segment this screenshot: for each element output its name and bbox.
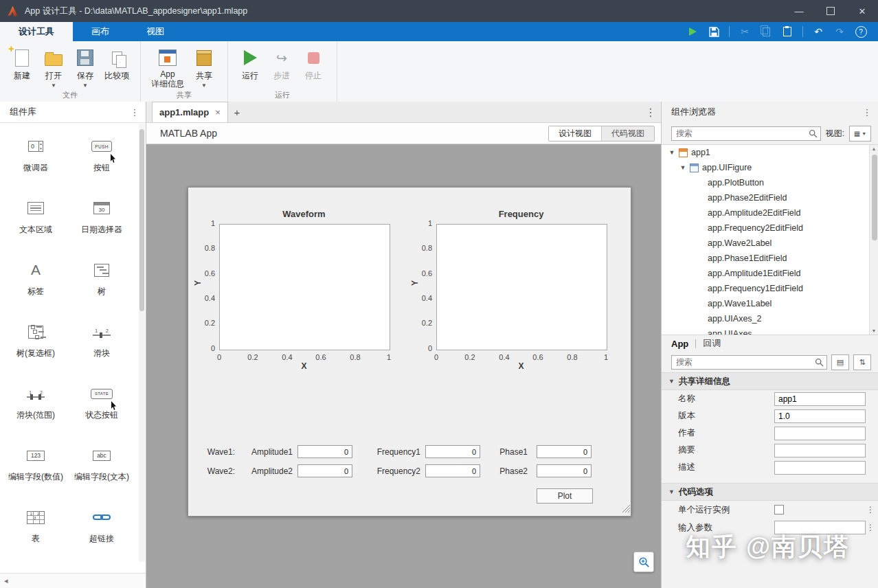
library-item-spinner[interactable]: 0▲▼ 微调器 xyxy=(3,134,69,196)
tab-canvas[interactable]: 画布 xyxy=(73,22,128,41)
author-input[interactable] xyxy=(774,427,866,440)
share-button[interactable]: 共享 ▼ xyxy=(189,46,219,88)
scroll-up-icon[interactable]: ▲ xyxy=(872,146,877,151)
tab-close-icon[interactable]: × xyxy=(215,107,221,117)
app-details-button[interactable]: App详细信息 xyxy=(148,46,188,89)
frequency1-label[interactable]: Frequency1 xyxy=(374,447,420,457)
tree-item[interactable]: app.Phase1EditField xyxy=(662,251,878,266)
inspector-search-input[interactable] xyxy=(671,355,827,370)
row-menu-icon[interactable]: ⋮ xyxy=(866,523,875,532)
uiaxes-waveform[interactable] xyxy=(219,224,390,350)
quick-run-icon[interactable] xyxy=(686,25,699,38)
version-input[interactable] xyxy=(774,409,866,423)
group-view-button[interactable]: ▤ xyxy=(831,354,849,370)
new-button[interactable]: + 新建 xyxy=(7,46,37,82)
quick-help-icon[interactable]: ? xyxy=(855,25,867,38)
quick-copy-icon[interactable] xyxy=(760,25,772,38)
panel-menu-icon[interactable]: ⋮ xyxy=(862,107,873,117)
library-item-textarea[interactable]: 文本区域 xyxy=(3,196,69,258)
uiaxes-frequency[interactable] xyxy=(436,224,607,350)
close-button[interactable]: ✕ xyxy=(846,0,878,22)
quick-redo-icon[interactable]: ↷ xyxy=(833,25,846,38)
step-button[interactable]: ↪ 步进 xyxy=(267,46,297,82)
tab-design-tools[interactable]: 设计工具 xyxy=(0,22,73,41)
tab-view[interactable]: 视图 xyxy=(128,22,183,41)
maximize-button[interactable] xyxy=(815,0,846,22)
amplitude1-label[interactable]: Amplitude1 xyxy=(247,447,293,457)
library-item-slider[interactable]: 1 2 滑块 xyxy=(69,319,135,381)
library-item-edit-numeric[interactable]: 123 编辑字段(数值) xyxy=(3,443,69,505)
design-view-button[interactable]: 设计视图 xyxy=(549,126,602,141)
tree-item[interactable]: app.Wave2Label xyxy=(662,236,878,251)
tree-item[interactable]: app.Amplitude2EditField xyxy=(662,205,878,220)
document-tab-app1[interactable]: app1.mlapp × xyxy=(152,102,228,122)
frequency2-field[interactable] xyxy=(425,464,480,477)
uifigure[interactable]: Waveform 1 0.8 0.6 0.4 0.2 0 0 0.2 0.4 0… xyxy=(188,187,631,517)
scrollbar-thumb[interactable] xyxy=(139,129,144,311)
design-canvas[interactable]: Waveform 1 0.8 0.6 0.4 0.2 0 0 0.2 0.4 0… xyxy=(146,144,662,588)
quick-paste-icon[interactable] xyxy=(781,25,793,38)
row-menu-icon[interactable]: ⋮ xyxy=(866,505,875,514)
description-input[interactable] xyxy=(774,461,866,475)
tree-item[interactable]: app.PlotButton xyxy=(662,175,878,190)
single-instance-checkbox[interactable] xyxy=(774,505,784,514)
save-button[interactable]: 保存 ▼ xyxy=(70,46,100,88)
tree-item[interactable]: app.Frequency1EditField xyxy=(662,281,878,296)
quick-cut-icon[interactable]: ✂ xyxy=(739,25,751,38)
library-item-label[interactable]: A 标签 xyxy=(3,258,69,319)
library-item-range-slider[interactable]: 1 2 滑块(范围) xyxy=(3,381,69,443)
name-input[interactable] xyxy=(774,392,866,406)
tree-item[interactable]: app.UIAxes xyxy=(662,326,878,335)
frequency1-field[interactable] xyxy=(425,445,480,458)
library-scrollbar[interactable] xyxy=(139,124,145,562)
library-item-tree-checkbox[interactable]: 树(复选框) xyxy=(3,319,69,381)
panel-menu-icon[interactable]: ⋮ xyxy=(129,107,140,117)
phase2-label[interactable]: Phase2 xyxy=(489,466,528,476)
library-item-state-button[interactable]: STATE 状态按钮 xyxy=(69,381,135,443)
view-mode-dropdown[interactable]: ▦▼ xyxy=(849,126,871,142)
tree-item[interactable]: app.Amplitude1EditField xyxy=(662,266,878,281)
quick-undo-icon[interactable]: ↶ xyxy=(812,25,824,38)
wave1-label[interactable]: Wave1: xyxy=(199,447,235,457)
sort-button[interactable]: ⇅ xyxy=(853,354,871,370)
library-item-hyperlink[interactable]: 超链接 xyxy=(69,505,135,567)
amplitude2-field[interactable] xyxy=(297,464,352,477)
summary-input[interactable] xyxy=(774,444,866,457)
quick-save-icon[interactable] xyxy=(708,25,720,38)
library-item-table[interactable]: 1 2 3 表 xyxy=(3,505,69,567)
tree-item-uifigure[interactable]: ▼ app.UIFigure xyxy=(662,160,878,175)
scroll-down-icon[interactable]: ▼ xyxy=(872,328,877,333)
library-item-button[interactable]: PUSH 按钮 xyxy=(69,134,135,196)
tree-item[interactable]: app.Frequency2EditField xyxy=(662,220,878,236)
resize-grip-icon[interactable] xyxy=(622,503,630,515)
phase2-field[interactable] xyxy=(537,464,592,477)
component-search-input[interactable] xyxy=(671,126,821,141)
tree-item[interactable]: app.Wave1Label xyxy=(662,296,878,311)
phase1-field[interactable] xyxy=(537,445,592,458)
collapse-left-icon[interactable]: ◂ xyxy=(4,576,8,585)
open-button[interactable]: 打开 ▼ xyxy=(38,46,69,88)
zoom-button[interactable] xyxy=(633,552,654,572)
run-button[interactable]: 运行 xyxy=(235,46,265,82)
frequency2-label[interactable]: Frequency2 xyxy=(374,466,420,476)
library-item-edit-text[interactable]: abc 编辑字段(文本) xyxy=(69,443,135,505)
tree-item[interactable]: app.UIAxes_2 xyxy=(662,311,878,326)
amplitude1-field[interactable] xyxy=(297,445,352,458)
plot-button[interactable]: Plot xyxy=(537,488,593,504)
tree-item-app1[interactable]: ▼ app1 xyxy=(662,145,878,160)
library-item-datepicker[interactable]: 30 日期选择器 xyxy=(69,196,135,258)
tree-item[interactable]: app.Phase2EditField xyxy=(662,190,878,205)
expand-caret-icon[interactable]: ▼ xyxy=(679,164,686,171)
expand-caret-icon[interactable]: ▼ xyxy=(668,149,675,156)
new-tab-button[interactable]: + xyxy=(228,102,246,122)
stop-button[interactable]: 停止 xyxy=(298,46,328,82)
amplitude2-label[interactable]: Amplitude2 xyxy=(247,466,293,476)
minimize-button[interactable]: — xyxy=(783,0,815,22)
section-code-options[interactable]: ▼ 代码选项 xyxy=(662,483,878,501)
library-item-tree[interactable]: 树 xyxy=(69,258,135,319)
section-shared-details[interactable]: ▼ 共享详细信息 xyxy=(662,372,878,390)
phase1-label[interactable]: Phase1 xyxy=(489,447,528,457)
input-args-input[interactable] xyxy=(774,521,866,534)
code-view-button[interactable]: 代码视图 xyxy=(602,126,654,141)
compare-button[interactable]: 比较项 xyxy=(102,46,132,82)
